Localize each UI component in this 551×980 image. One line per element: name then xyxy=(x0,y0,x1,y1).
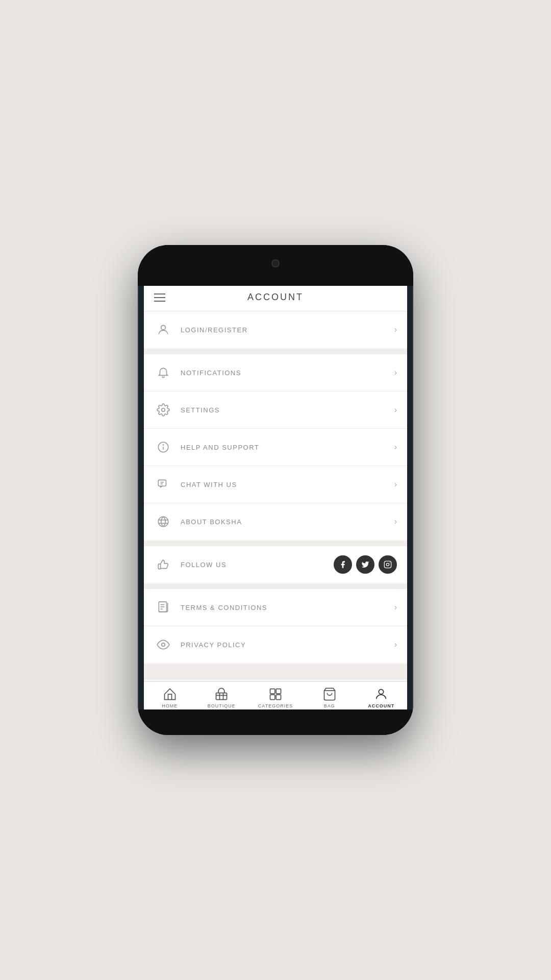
bag-icon xyxy=(322,687,337,701)
svg-point-8 xyxy=(158,517,168,527)
login-label: LOGIN/REGISTER xyxy=(181,326,394,334)
privacy-right: › xyxy=(394,640,397,649)
categories-nav-label: CATEGORIES xyxy=(258,703,293,708)
info-icon xyxy=(154,438,172,456)
svg-rect-19 xyxy=(216,693,227,700)
menu-item-notifications[interactable]: NOTIFICATIONS › xyxy=(144,354,407,391)
svg-point-1 xyxy=(162,408,165,412)
phone-shell: ACCOUNT LOGIN/REGISTER › xyxy=(138,245,413,735)
svg-rect-5 xyxy=(158,480,166,486)
svg-rect-24 xyxy=(276,689,281,694)
bottom-padding xyxy=(144,664,407,679)
chat-label: CHAT WITH US xyxy=(181,481,394,488)
svg-point-0 xyxy=(161,325,166,330)
settings-chevron: › xyxy=(394,405,397,414)
account-nav-icon xyxy=(374,687,388,701)
bell-icon xyxy=(154,363,172,382)
menu-list: LOGIN/REGISTER › NOTIFICATIONS xyxy=(144,311,407,681)
svg-point-18 xyxy=(162,643,165,647)
separator-1 xyxy=(144,349,407,354)
privacy-label: PRIVACY POLICY xyxy=(181,641,394,649)
help-chevron: › xyxy=(394,443,397,452)
chat-right: › xyxy=(394,480,397,489)
svg-point-13 xyxy=(389,562,390,563)
svg-rect-26 xyxy=(276,695,281,699)
home-nav-label: HOME xyxy=(162,703,178,708)
instagram-button[interactable] xyxy=(379,555,397,574)
chat-chevron: › xyxy=(394,480,397,489)
about-right: › xyxy=(394,517,397,526)
menu-section-legal: TERMS & CONDITIONS › PRIVACY POLICY xyxy=(144,589,407,663)
svg-point-28 xyxy=(379,690,384,694)
boutique-icon xyxy=(214,687,229,701)
login-right: › xyxy=(394,325,397,334)
home-icon xyxy=(163,687,177,701)
about-chevron: › xyxy=(394,517,397,526)
menu-section-follow: FOLLOW US xyxy=(144,546,407,583)
categories-icon xyxy=(268,687,283,701)
menu-item-privacy[interactable]: PRIVACY POLICY › xyxy=(144,626,407,663)
login-chevron: › xyxy=(394,325,397,334)
page-title: ACCOUNT xyxy=(247,292,304,303)
notifications-right: › xyxy=(394,368,397,377)
svg-rect-25 xyxy=(270,695,275,699)
settings-right: › xyxy=(394,405,397,414)
separator-2 xyxy=(144,541,407,546)
social-icons xyxy=(334,555,397,574)
hamburger-menu-icon[interactable] xyxy=(154,293,165,302)
menu-item-follow: FOLLOW US xyxy=(144,546,407,583)
menu-item-settings[interactable]: SETTINGS › xyxy=(144,391,407,429)
bag-nav-label: BAG xyxy=(324,703,335,708)
privacy-chevron: › xyxy=(394,640,397,649)
svg-point-12 xyxy=(386,563,389,566)
nav-item-bag[interactable]: BAG xyxy=(314,687,345,708)
bottom-nav: HOME BOUTIQUE xyxy=(144,681,407,713)
separator-3 xyxy=(144,584,407,589)
terms-label: TERMS & CONDITIONS xyxy=(181,604,394,611)
twitter-button[interactable] xyxy=(356,555,374,574)
notifications-chevron: › xyxy=(394,368,397,377)
menu-item-chat[interactable]: CHAT WITH US › xyxy=(144,466,407,503)
about-label: ABOUT BOKSHA xyxy=(181,518,394,526)
screen: ACCOUNT LOGIN/REGISTER › xyxy=(144,282,407,713)
menu-item-login[interactable]: LOGIN/REGISTER › xyxy=(144,311,407,348)
help-right: › xyxy=(394,443,397,452)
book-icon xyxy=(154,598,172,617)
menu-section-top: LOGIN/REGISTER › xyxy=(144,311,407,348)
facebook-button[interactable] xyxy=(334,555,352,574)
menu-section-notifications: NOTIFICATIONS › SETTINGS › xyxy=(144,354,407,540)
nav-item-home[interactable]: HOME xyxy=(155,687,185,708)
notifications-label: NOTIFICATIONS xyxy=(181,369,394,377)
header: ACCOUNT xyxy=(144,282,407,311)
terms-chevron: › xyxy=(394,603,397,612)
settings-label: SETTINGS xyxy=(181,406,394,414)
help-label: HELP AND SUPPORT xyxy=(181,444,394,451)
camera xyxy=(271,259,280,267)
account-nav-label: ACCOUNT xyxy=(368,703,394,708)
svg-rect-11 xyxy=(384,561,391,568)
menu-item-terms[interactable]: TERMS & CONDITIONS › xyxy=(144,589,407,626)
chat-icon xyxy=(154,475,172,494)
svg-rect-23 xyxy=(270,689,275,694)
menu-item-about[interactable]: ABOUT BOKSHA › xyxy=(144,503,407,540)
globe-icon xyxy=(154,512,172,531)
menu-item-help[interactable]: HELP AND SUPPORT › xyxy=(144,429,407,466)
nav-item-account[interactable]: ACCOUNT xyxy=(366,687,396,708)
nav-item-boutique[interactable]: BOUTIQUE xyxy=(206,687,237,708)
nav-item-categories[interactable]: CATEGORIES xyxy=(258,687,293,708)
thumbup-icon xyxy=(154,555,172,574)
eye-icon xyxy=(154,635,172,654)
terms-right: › xyxy=(394,603,397,612)
user-icon xyxy=(154,321,172,339)
boutique-nav-label: BOUTIQUE xyxy=(208,703,236,708)
follow-label: FOLLOW US xyxy=(181,561,334,569)
gear-icon xyxy=(154,401,172,419)
